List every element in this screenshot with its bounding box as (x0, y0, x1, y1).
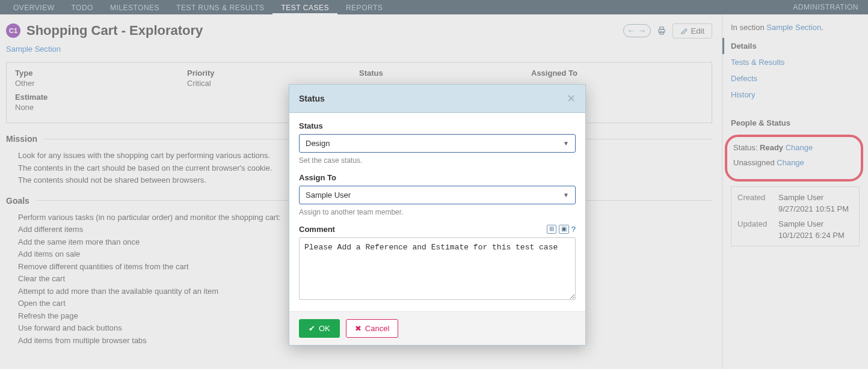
svg-rect-1 (660, 27, 663, 29)
prop-type: TypeOther (15, 69, 187, 88)
case-badge: C1 (6, 23, 20, 38)
meta-box: Created Sample User 9/27/2021 10:51 PM U… (731, 186, 860, 246)
assignee-value: Unassigned (733, 158, 775, 167)
prop-value: Other (15, 79, 187, 88)
nav-item-todo[interactable]: TODO (63, 1, 101, 14)
nav-item-test-runs-results[interactable]: TEST RUNS & RESULTS (168, 1, 272, 14)
mission-heading: Mission (6, 134, 37, 144)
created-at: 9/27/2021 10:51 PM (778, 204, 853, 213)
cancel-label: Cancel (365, 324, 389, 333)
nav-administration[interactable]: ADMINISTRATION (793, 3, 863, 11)
close-icon[interactable]: ✕ (567, 92, 576, 105)
arrow-left-icon[interactable]: ← (627, 26, 636, 35)
goals-heading: Goals (6, 196, 29, 206)
status-modal: Status ✕ Status Design ▼ Set the case st… (289, 84, 586, 346)
edit-button-label: Edit (691, 26, 704, 35)
comment-textarea[interactable] (299, 237, 576, 300)
breadcrumb-link[interactable]: Sample Section (6, 44, 61, 53)
prop-label: Status (359, 69, 531, 78)
updated-at: 10/1/2021 6:24 PM (778, 231, 853, 240)
created-label: Created (737, 193, 778, 202)
ok-label: OK (319, 324, 330, 333)
print-icon[interactable] (654, 25, 669, 37)
status-field-label: Status (299, 121, 576, 130)
modal-title: Status (299, 94, 567, 103)
status-change-link[interactable]: Change (786, 143, 813, 152)
nav-item-overview[interactable]: OVERVIEW (5, 1, 63, 14)
side-tab-defects[interactable]: Defects (722, 70, 868, 87)
chevron-down-icon: ▼ (563, 140, 569, 147)
in-section-label: In section (731, 23, 766, 32)
nav-item-test-cases[interactable]: TEST CASES (272, 1, 337, 14)
breadcrumb: Sample Section (6, 44, 712, 53)
assign-field-label: Assign To (299, 173, 576, 182)
cancel-button[interactable]: ✖ Cancel (346, 319, 398, 338)
prop-label: Assigned To (531, 69, 703, 78)
help-icon[interactable]: ? (571, 225, 576, 234)
arrow-right-icon[interactable]: → (638, 26, 647, 35)
nav-item-milestones[interactable]: MILESTONES (102, 1, 168, 14)
x-icon: ✖ (355, 324, 362, 333)
page-title: Shopping Cart - Exploratory (26, 23, 623, 38)
status-help: Set the case status. (299, 156, 576, 165)
ok-button[interactable]: ✔ OK (299, 319, 340, 338)
updated-label: Updated (737, 219, 778, 228)
people-status-heading: People & Status (722, 110, 868, 132)
chevron-down-icon: ▼ (563, 192, 569, 198)
updated-user: Sample User (778, 219, 853, 228)
side-tab-tests-results[interactable]: Tests & Results (722, 54, 868, 70)
nav-item-reports[interactable]: REPORTS (337, 1, 391, 14)
pencil-icon (680, 27, 688, 34)
in-section-link[interactable]: Sample Section (766, 23, 821, 32)
image-icon[interactable]: ▣ (559, 225, 569, 234)
top-nav: OVERVIEWTODOMILESTONESTEST RUNS & RESULT… (0, 0, 868, 14)
table-icon[interactable]: ⊞ (547, 225, 556, 234)
status-select[interactable]: Design ▼ (299, 134, 576, 153)
prev-next-nav[interactable]: ← → (623, 24, 651, 37)
prop-label: Priority (187, 69, 359, 78)
status-value: Ready (760, 143, 783, 152)
svg-rect-2 (660, 32, 663, 34)
created-user: Sample User (778, 193, 853, 202)
comment-label: Comment (299, 225, 335, 234)
assignee-change-link[interactable]: Change (777, 158, 804, 167)
side-panel: In section Sample Section. DetailsTests … (722, 14, 868, 369)
side-tab-history[interactable]: History (722, 87, 868, 103)
side-tab-details[interactable]: Details (722, 38, 868, 54)
prop-label: Type (15, 69, 187, 78)
status-select-value: Design (306, 139, 330, 148)
status-label: Status: (733, 143, 760, 152)
assign-help: Assign to another team member. (299, 208, 576, 216)
assign-select[interactable]: Sample User ▼ (299, 186, 576, 204)
check-icon: ✔ (309, 324, 315, 333)
edit-button[interactable]: Edit (673, 23, 712, 38)
assign-select-value: Sample User (306, 191, 351, 200)
highlight-annotation: Status: Ready Change Unassigned Change (725, 135, 863, 181)
